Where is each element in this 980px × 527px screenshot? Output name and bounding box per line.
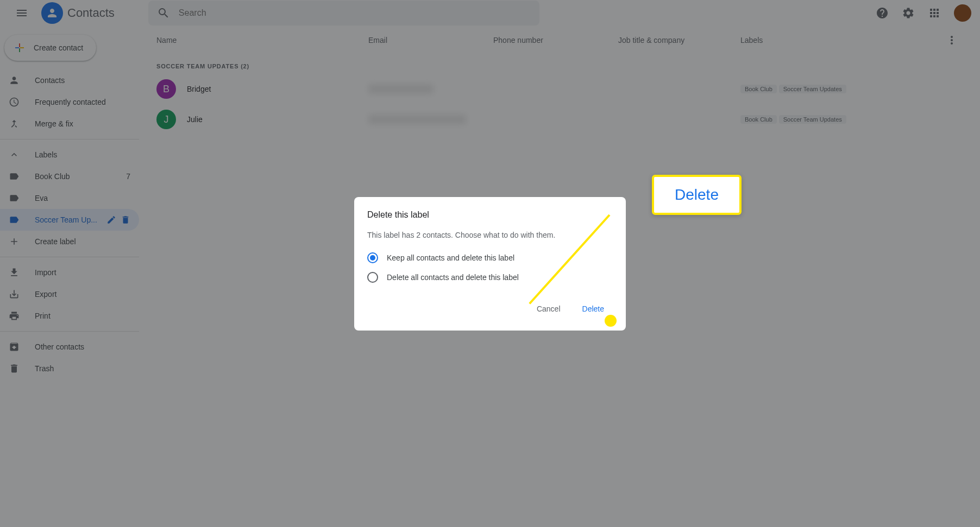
radio-label: Delete all contacts and delete this labe… <box>387 273 519 282</box>
delete-button[interactable]: Delete <box>574 300 613 318</box>
radio-icon <box>367 252 378 263</box>
callout-text: Delete <box>675 186 719 204</box>
dialog-message: This label has 2 contacts. Choose what t… <box>367 231 613 239</box>
dialog-actions: Cancel Delete <box>367 300 613 318</box>
radio-option-delete[interactable]: Delete all contacts and delete this labe… <box>367 272 613 283</box>
dialog-title: Delete this label <box>367 210 613 220</box>
callout-annotation: Delete <box>652 175 742 215</box>
radio-label: Keep all contacts and delete this label <box>387 253 514 262</box>
cancel-button[interactable]: Cancel <box>528 300 569 318</box>
radio-group: Keep all contacts and delete this label … <box>367 252 613 283</box>
callout-dot <box>605 315 617 327</box>
modal-overlay: Delete this label This label has 2 conta… <box>0 0 980 527</box>
radio-icon <box>367 272 378 283</box>
delete-label-dialog: Delete this label This label has 2 conta… <box>354 197 626 331</box>
